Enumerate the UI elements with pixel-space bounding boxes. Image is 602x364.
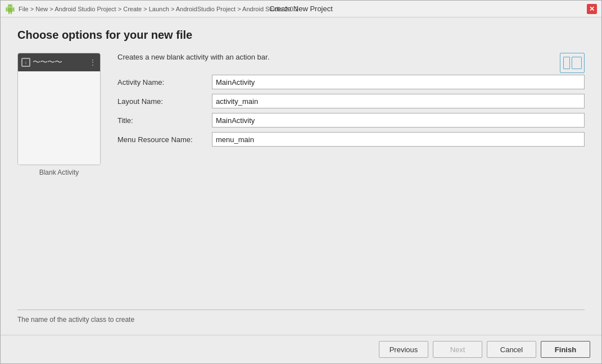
next-button[interactable]: Next: [433, 341, 482, 358]
spacer: [17, 176, 585, 298]
content-area: Choose options for your new file ‹ 〜〜〜〜 …: [1, 17, 601, 335]
preview-label: Blank Activity: [39, 169, 79, 176]
menu-resource-name-input[interactable]: [212, 132, 585, 147]
title-input[interactable]: [212, 113, 585, 128]
layout-name-label: Layout Name:: [117, 97, 207, 106]
layout-panel-left: [563, 57, 570, 69]
phone-body: [18, 71, 100, 165]
activity-name-label: Activity Name:: [117, 78, 207, 87]
form-grid: Activity Name: Layout Name: Title: Menu …: [117, 75, 585, 147]
phone-back-icon: ‹: [21, 58, 30, 67]
title-bar-right: ✕: [587, 4, 597, 14]
android-logo-icon: [5, 4, 15, 14]
phone-dots: ⋮: [89, 58, 97, 67]
phone-preview: ‹ 〜〜〜〜 ⋮: [17, 53, 101, 165]
layout-name-input[interactable]: [212, 94, 585, 108]
main-window: File > New > Android Studio Project > Cr…: [0, 0, 602, 364]
layout-icon-container: [560, 53, 585, 73]
phone-preview-container: ‹ 〜〜〜〜 ⋮ Blank Activity: [17, 53, 101, 176]
menu-resource-name-label: Menu Resource Name:: [117, 135, 207, 144]
close-button[interactable]: ✕: [587, 4, 597, 14]
cancel-button[interactable]: Cancel: [487, 341, 536, 358]
hint-text: The name of the activity class to create: [17, 316, 585, 324]
right-section: Creates a new blank activity with an act…: [117, 53, 585, 147]
window-title: Create New Project: [269, 4, 333, 13]
description-text: Creates a new blank activity with an act…: [117, 53, 585, 61]
layout-panel-right: [572, 57, 582, 69]
previous-button[interactable]: Previous: [379, 341, 428, 358]
phone-status-bar: ‹ 〜〜〜〜 ⋮: [18, 53, 100, 71]
divider: [17, 310, 585, 310]
layout-preview-icon: [560, 53, 585, 73]
breadcrumb: File > New > Android Studio Project > Cr…: [19, 6, 298, 12]
footer: Previous Next Cancel Finish: [1, 335, 601, 363]
phone-squiggle: 〜〜〜〜: [33, 57, 87, 67]
activity-name-input[interactable]: [212, 75, 585, 89]
title-bar-left: File > New > Android Studio Project > Cr…: [5, 4, 298, 14]
page-title: Choose options for your new file: [17, 29, 585, 42]
top-section: ‹ 〜〜〜〜 ⋮ Blank Activity Creates a new bl…: [17, 53, 585, 176]
title-bar: File > New > Android Studio Project > Cr…: [1, 1, 601, 17]
title-label: Title:: [117, 116, 207, 125]
finish-button[interactable]: Finish: [541, 341, 590, 358]
